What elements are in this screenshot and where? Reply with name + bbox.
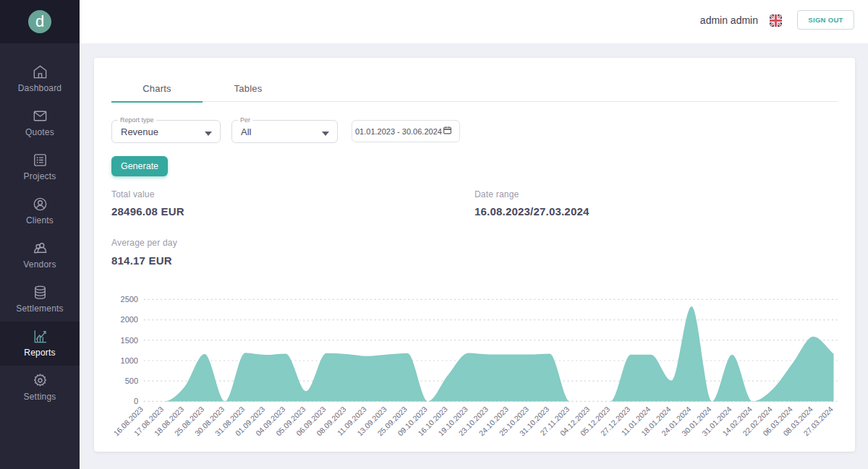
svg-text:1000: 1000 <box>121 356 138 365</box>
svg-text:1500: 1500 <box>121 336 138 345</box>
svg-text:0: 0 <box>134 397 138 405</box>
svg-text:500: 500 <box>125 377 138 385</box>
svg-text:2500: 2500 <box>121 295 138 304</box>
svg-text:2000: 2000 <box>121 315 138 324</box>
